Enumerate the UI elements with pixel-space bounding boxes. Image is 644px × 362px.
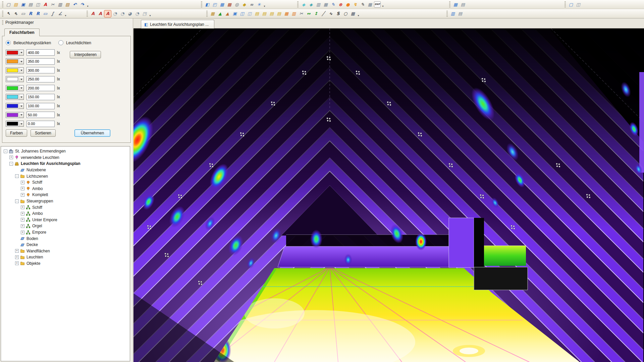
tree-expander-icon[interactable]: + [21, 187, 24, 190]
edit-frame-1-icon[interactable] [27, 10, 34, 17]
chevron-down-icon[interactable] [19, 94, 23, 100]
link-tool-icon[interactable] [248, 1, 255, 8]
edit-frame-3-icon[interactable] [42, 10, 49, 17]
tree-expander-icon[interactable]: - [15, 174, 19, 178]
toolbar-grip[interactable] [297, 1, 299, 7]
toolbar-overflow-icon[interactable] [64, 10, 67, 17]
lux-value-input[interactable] [26, 94, 55, 100]
tree-item[interactable]: + Ambo [1, 186, 130, 192]
falsecolor-rendering[interactable] [133, 28, 644, 362]
lux-value-input[interactable] [26, 112, 55, 118]
tab-leuchten-ausrichtungsplan[interactable]: Leuchten für Ausrichtungsplan ... [141, 20, 214, 28]
radio-luminance-label[interactable]: Leuchtdichten [66, 41, 91, 45]
toolbar-overflow-icon[interactable] [86, 1, 90, 8]
draw-grid-icon[interactable] [350, 10, 356, 17]
tree-expander-icon[interactable] [15, 243, 19, 247]
color-swatch-dropdown[interactable] [6, 94, 24, 100]
tree-expander-icon[interactable]: + [15, 261, 19, 265]
tree-item[interactable]: + Leuchten [1, 254, 130, 260]
draw-line-icon[interactable] [320, 10, 327, 17]
toolbar-overflow-icon[interactable] [381, 1, 385, 8]
tree-expander-icon[interactable]: + [9, 156, 13, 159]
tree-item[interactable]: + Komplett [1, 192, 130, 198]
grid-table-1-icon[interactable] [283, 10, 290, 17]
render-viewport[interactable] [133, 28, 644, 362]
tree-item[interactable]: - Leuchten für Ausrichtungsplan [1, 161, 130, 167]
color-swatch-dropdown[interactable] [6, 50, 24, 56]
spacing-horizontal-icon[interactable] [305, 10, 312, 17]
table-output-icon[interactable] [367, 1, 373, 8]
protractor-2-icon[interactable] [119, 10, 126, 17]
chart-view-icon[interactable] [322, 1, 329, 8]
tab-falschfarben[interactable]: Falschfarben [4, 28, 40, 36]
color-swatch-dropdown[interactable] [6, 67, 24, 73]
spline-tool-icon[interactable] [49, 10, 56, 17]
doc-yellow-2-icon[interactable] [261, 10, 268, 17]
key-tool-icon[interactable] [241, 1, 248, 8]
toolbar-grip[interactable] [201, 1, 202, 7]
zoom-tool-icon[interactable] [233, 1, 240, 8]
select-region-icon[interactable] [20, 10, 26, 17]
tree-item[interactable]: + Ambo [1, 210, 130, 217]
stamp-tool-icon[interactable] [141, 10, 148, 17]
tree-item[interactable]: - Lichtszenen [1, 173, 130, 179]
tree-item[interactable]: + Schiff [1, 179, 130, 186]
columns-view-icon[interactable] [315, 1, 322, 8]
edit-pen-icon[interactable] [330, 1, 336, 8]
color-swatch-dropdown[interactable] [6, 103, 24, 109]
annotate-pen-icon[interactable] [359, 1, 366, 8]
color-swatch-dropdown[interactable] [6, 85, 24, 91]
doc-yellow-1-icon[interactable] [254, 10, 260, 17]
measure-angle-2-icon[interactable] [97, 10, 104, 17]
panel-grip[interactable] [2, 20, 3, 25]
render-start-icon[interactable] [344, 1, 351, 8]
chevron-down-icon[interactable] [19, 112, 23, 118]
chevron-down-icon[interactable] [19, 121, 23, 126]
tree-expander-icon[interactable]: + [21, 212, 24, 216]
radio-luminance[interactable] [58, 40, 63, 45]
redo-icon[interactable] [79, 1, 86, 8]
raytrace-icon[interactable] [352, 1, 359, 8]
tree-expander-icon[interactable]: + [15, 255, 19, 259]
insert-building-icon[interactable] [211, 1, 218, 8]
toolbar-grip[interactable] [87, 11, 88, 17]
tree-item[interactable]: Nutzebene [1, 167, 130, 173]
toolbar-grip[interactable] [2, 1, 3, 7]
draw-spline-icon[interactable] [335, 10, 341, 17]
tree-item[interactable]: + Objekte [1, 260, 130, 267]
chevron-down-icon[interactable] [19, 59, 23, 64]
doc-yellow-4-icon[interactable] [276, 10, 282, 17]
doc-yellow-3-icon[interactable] [268, 10, 275, 17]
wizard-tool-icon[interactable] [256, 1, 262, 8]
tree-item[interactable]: + Unter Empore [1, 217, 130, 223]
duplicate-page-icon[interactable] [246, 10, 253, 17]
lux-value-input[interactable] [26, 85, 55, 91]
insert-picture-icon[interactable] [231, 10, 238, 17]
measure-angle-1-icon[interactable] [90, 10, 96, 17]
undo-icon[interactable] [71, 1, 78, 8]
open-project-icon[interactable] [12, 1, 19, 8]
calc-objects-icon[interactable] [308, 1, 314, 8]
copy-icon[interactable] [57, 1, 63, 8]
tree-expander-icon[interactable]: + [21, 193, 24, 197]
spacing-vertical-icon[interactable] [313, 10, 319, 17]
insert-room-icon[interactable] [204, 1, 211, 8]
tree-item[interactable]: + Wandflächen [1, 248, 130, 254]
tree-item[interactable]: + verwendete Leuchten [1, 155, 130, 161]
tree-expander-icon[interactable] [15, 168, 19, 172]
trim-tool-icon[interactable] [298, 10, 305, 17]
grid-table-2-icon[interactable] [290, 10, 297, 17]
tree-expander-icon[interactable] [15, 237, 19, 240]
tree-expander-icon[interactable]: + [21, 224, 24, 228]
toolbar-grip[interactable] [2, 11, 3, 17]
window-layout-icon[interactable] [452, 1, 459, 8]
cut-icon[interactable] [49, 1, 56, 8]
tree-item[interactable]: Boden [1, 235, 130, 242]
protractor-4-icon[interactable] [134, 10, 141, 17]
select-cursor-icon[interactable] [5, 10, 12, 17]
lux-value-input[interactable] [26, 103, 55, 109]
toolbar-grip[interactable] [565, 1, 566, 7]
measure-angle-3-icon[interactable] [104, 10, 111, 17]
copy-page-icon[interactable] [239, 10, 246, 17]
lux-value-input[interactable] [26, 67, 55, 73]
